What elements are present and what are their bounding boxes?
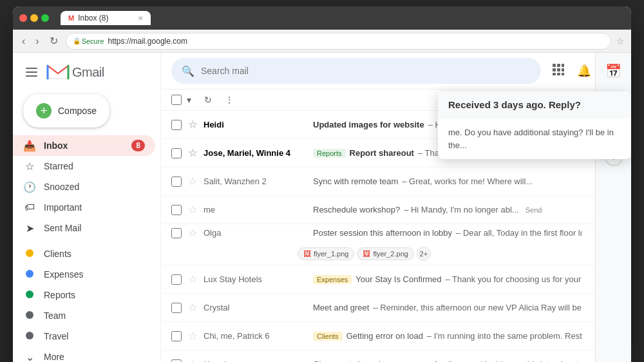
svg-rect-8: [557, 73, 560, 75]
browser-toolbar: ‹ › ↻ 🔒 Secure https://mail.google.com ☆: [13, 30, 631, 53]
email-snippet: – Thank you for choosing us for your bus…: [446, 274, 582, 284]
sidebar-item-expenses[interactable]: Expenses: [13, 264, 155, 285]
email-subject: Changes to interview process: [313, 359, 423, 362]
email-checkbox[interactable]: [171, 303, 182, 313]
sidebar-item-travel[interactable]: Travel: [13, 326, 155, 347]
sidebar-item-reports[interactable]: Reports: [13, 285, 155, 305]
image-icon: 🖼: [303, 249, 311, 258]
sent-label: Sent Mail: [44, 223, 145, 233]
compose-button[interactable]: + Compose: [23, 94, 109, 128]
calendar-panel-button[interactable]: 📅: [601, 58, 627, 84]
email-checkbox[interactable]: [171, 331, 182, 341]
close-dot[interactable]: [19, 14, 27, 22]
svg-rect-6: [562, 68, 564, 71]
back-button[interactable]: ‹: [19, 34, 28, 48]
table-row[interactable]: ☆ me Reschedule workshop? – Hi Mandy, I'…: [161, 196, 631, 224]
star-button[interactable]: ☆: [188, 227, 197, 239]
reports-dot: [26, 291, 33, 298]
bookmark-button[interactable]: ☆: [616, 36, 625, 46]
email-subject: Your Stay Is Confirmed: [355, 274, 441, 284]
select-dropdown-button[interactable]: ▾: [183, 92, 195, 108]
email-preview: Expenses Your Stay Is Confirmed – Thank …: [313, 274, 582, 285]
svg-rect-5: [557, 68, 560, 71]
sidebar-item-snoozed[interactable]: 🕐 Snoozed: [13, 176, 155, 197]
table-row[interactable]: ☆ Lux Stay Hotels Expenses Your Stay Is …: [161, 265, 631, 294]
travel-label: Travel: [44, 331, 145, 341]
sidebar-item-sent[interactable]: ➤ Sent Mail: [13, 218, 155, 238]
email-tag: Expenses: [313, 275, 352, 284]
tooltip-header: Received 3 days ago. Reply?: [438, 91, 631, 119]
reload-button[interactable]: ↻: [47, 33, 61, 48]
star-button[interactable]: ☆: [188, 119, 197, 131]
email-preview: Reschedule workshop? – Hi Mandy, I'm no …: [313, 205, 582, 214]
apps-button[interactable]: [549, 60, 568, 82]
forward-button[interactable]: ›: [33, 34, 41, 48]
email-checkbox[interactable]: [171, 274, 182, 285]
chevron-down-icon: ⌄: [23, 351, 36, 363]
more-attachments-button[interactable]: 2+: [417, 247, 431, 261]
sidebar-item-important[interactable]: 🏷 Important: [13, 197, 155, 218]
attachment-chip[interactable]: 🖼 flyer_2.png: [357, 247, 413, 260]
search-input[interactable]: [201, 66, 531, 76]
url-text: https://mail.google.com: [108, 37, 187, 46]
star-button[interactable]: ☆: [188, 301, 197, 314]
star-button[interactable]: ☆: [188, 204, 197, 216]
snoozed-icon: 🕐: [23, 181, 36, 193]
expenses-label: Expenses: [44, 269, 145, 280]
svg-rect-4: [553, 68, 556, 71]
sidebar-item-clients[interactable]: Clients: [13, 243, 155, 264]
star-button[interactable]: ☆: [188, 273, 197, 285]
attachment-chip[interactable]: 🖼 flyer_1.png: [298, 247, 354, 260]
email-checkbox[interactable]: [171, 176, 182, 187]
tab-title: Inbox (8): [78, 14, 108, 23]
clients-label: Clients: [44, 249, 145, 259]
email-sender: me: [204, 205, 307, 214]
table-row[interactable]: ☆ Crystal Meet and greet – Reminder, thi…: [161, 294, 631, 322]
inbox-badge: 8: [131, 140, 145, 151]
reply-tooltip: Received 3 days ago. Reply? me. Do you h…: [438, 91, 631, 159]
star-button[interactable]: ☆: [188, 330, 197, 342]
sidebar-item-starred[interactable]: ☆ Starred: [13, 156, 155, 176]
select-all-checkbox[interactable]: [171, 95, 182, 105]
sidebar-item-team[interactable]: Team: [13, 305, 155, 326]
email-snippet: – Dear all, Today in the first floor lob…: [456, 228, 582, 238]
starred-label: Starred: [44, 161, 145, 171]
tab-close-btn[interactable]: ✕: [138, 15, 143, 22]
search-bar[interactable]: 🔍: [171, 58, 541, 84]
minimize-dot[interactable]: [30, 14, 38, 22]
sidebar-item-inbox[interactable]: 📥 Inbox 8: [13, 135, 155, 156]
hamburger-menu-button[interactable]: [23, 65, 40, 79]
email-checkbox[interactable]: [171, 359, 182, 363]
important-icon: 🏷: [23, 202, 36, 213]
email-sender: Lux Stay Hotels: [204, 274, 307, 284]
email-checkbox[interactable]: [171, 205, 182, 215]
table-row[interactable]: ☆ Salit, Wanzhen 2 Sync with remote team…: [161, 167, 631, 196]
team-dot: [26, 311, 33, 319]
email-sender: Heard: [204, 359, 307, 362]
main-header: 🔍: [161, 53, 631, 90]
star-button[interactable]: ☆: [188, 358, 197, 362]
email-checkbox[interactable]: [171, 148, 182, 158]
active-tab[interactable]: M Inbox (8) ✕: [61, 11, 151, 25]
sidebar-header: Gmail: [13, 58, 160, 91]
table-row[interactable]: ☆ Olga Poster session this afternoon in …: [161, 224, 631, 265]
email-tag: Clients: [313, 332, 343, 341]
email-subject: Getting error on load: [346, 331, 423, 341]
table-row[interactable]: ☆ Heard Changes to interview process – A…: [161, 350, 631, 362]
email-snippet: – I'm running into the same problem. Res…: [427, 331, 582, 341]
notifications-button[interactable]: 🔔: [573, 60, 595, 82]
star-button[interactable]: ☆: [188, 175, 197, 187]
email-checkbox[interactable]: [171, 228, 182, 238]
email-checkbox[interactable]: [171, 120, 182, 130]
refresh-button[interactable]: ↻: [200, 92, 216, 108]
email-subject: Report shareout: [350, 148, 414, 158]
svg-rect-9: [562, 73, 564, 75]
table-row[interactable]: ☆ Chi, me, Patrick 6 Clients Getting err…: [161, 322, 631, 350]
maximize-dot[interactable]: [41, 14, 49, 22]
sidebar-item-more[interactable]: ⌄ More: [13, 347, 155, 362]
email-sender: Salit, Wanzhen 2: [204, 176, 307, 186]
select-all-area: ▾: [171, 92, 195, 108]
address-bar[interactable]: 🔒 Secure https://mail.google.com: [66, 33, 611, 50]
more-actions-button[interactable]: ⋮: [221, 92, 238, 108]
star-button[interactable]: ☆: [188, 147, 197, 159]
